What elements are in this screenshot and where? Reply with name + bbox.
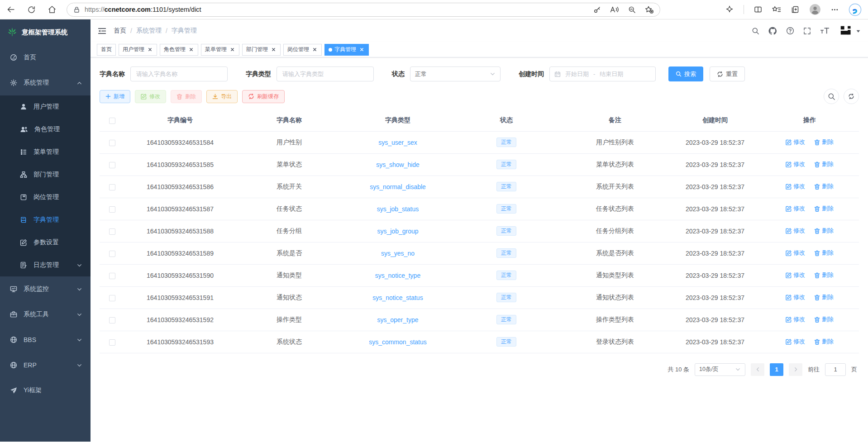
row-delete-link[interactable]: 删除 — [814, 315, 834, 323]
browser-back-icon[interactable] — [6, 5, 15, 14]
dict-type-link[interactable]: sys_common_status — [369, 338, 427, 346]
row-delete-link[interactable]: 删除 — [814, 227, 834, 235]
address-bar[interactable]: https://ccnetcore.com:1101/system/dict — [67, 3, 660, 17]
sidebar-item-bbs[interactable]: BBS — [0, 327, 91, 352]
page-size-select[interactable]: 10条/页 — [695, 363, 745, 376]
row-edit-link[interactable]: 修改 — [786, 138, 805, 146]
tab-post[interactable]: 岗位管理 — [283, 44, 322, 56]
add-favorite-icon[interactable] — [645, 6, 653, 14]
close-icon[interactable] — [229, 47, 235, 53]
help-icon[interactable] — [786, 27, 794, 35]
dict-name-input[interactable] — [130, 67, 228, 81]
row-delete-link[interactable]: 删除 — [814, 293, 834, 301]
prev-page-button[interactable] — [751, 363, 764, 376]
url-text[interactable]: https://ccnetcore.com:1101/system/dict — [85, 6, 589, 13]
row-delete-link[interactable]: 删除 — [814, 337, 834, 346]
browser-essentials-icon[interactable] — [725, 5, 734, 14]
sidebar-item-system-tools[interactable]: 系统工具 — [0, 302, 91, 327]
select-all-checkbox[interactable] — [109, 118, 115, 124]
page-1-button[interactable]: 1 — [770, 363, 783, 376]
status-select[interactable]: 正常 — [410, 67, 501, 81]
fullscreen-icon[interactable] — [803, 27, 811, 35]
date-range-picker[interactable]: 开始日期 - 结束日期 — [549, 67, 656, 81]
font-size-icon[interactable] — [820, 27, 830, 34]
row-delete-link[interactable]: 删除 — [814, 249, 834, 257]
header-search-icon[interactable] — [752, 27, 759, 35]
dict-type-link[interactable]: sys_notice_type — [375, 272, 420, 279]
zoom-out-icon[interactable] — [628, 6, 636, 14]
row-edit-link[interactable]: 修改 — [786, 337, 805, 346]
delete-button[interactable]: 删除 — [171, 90, 202, 103]
row-checkbox[interactable] — [109, 339, 115, 346]
refresh-table-button[interactable] — [844, 89, 859, 104]
sidebar-item-param-settings[interactable]: 参数设置 — [0, 231, 91, 254]
close-icon[interactable] — [311, 47, 318, 53]
tab-home[interactable]: 首页 — [97, 44, 116, 56]
close-icon[interactable] — [270, 47, 277, 53]
row-checkbox[interactable] — [109, 184, 115, 190]
row-delete-link[interactable]: 删除 — [814, 182, 834, 190]
row-edit-link[interactable]: 修改 — [786, 182, 805, 190]
tab-user[interactable]: 用户管理 — [119, 44, 157, 56]
row-checkbox[interactable] — [109, 162, 115, 168]
sidebar-item-erp[interactable]: ERP — [0, 352, 91, 378]
tab-role[interactable]: 角色管理 — [160, 44, 198, 56]
favorites-icon[interactable] — [772, 6, 781, 14]
tab-menu[interactable]: 菜单管理 — [201, 44, 239, 56]
row-checkbox[interactable] — [109, 273, 115, 279]
browser-home-icon[interactable] — [48, 5, 57, 14]
goto-page-input[interactable] — [825, 363, 846, 376]
sidebar-item-log-management[interactable]: 日志管理 — [0, 254, 91, 276]
row-checkbox[interactable] — [109, 317, 115, 323]
dict-type-link[interactable]: sys_oper_type — [377, 316, 418, 323]
toggle-search-button[interactable] — [824, 89, 839, 104]
tab-dict[interactable]: 字典管理 — [324, 44, 369, 56]
row-edit-link[interactable]: 修改 — [786, 160, 805, 168]
sidebar-item-yi-framework[interactable]: Yi框架 — [0, 378, 91, 403]
sidebar-item-dict-management[interactable]: 字典管理 — [0, 209, 91, 231]
dict-type-link[interactable]: sys_notice_status — [372, 294, 423, 301]
row-checkbox[interactable] — [109, 228, 115, 235]
dict-type-link[interactable]: sys_job_status — [377, 205, 419, 213]
add-button[interactable]: 新增 — [100, 90, 130, 103]
split-screen-icon[interactable] — [754, 5, 762, 14]
next-page-button[interactable] — [789, 363, 802, 376]
refresh-cache-button[interactable]: 刷新缓存 — [242, 90, 285, 103]
dict-type-link[interactable]: sys_user_sex — [378, 139, 417, 146]
sidebar-item-dept-management[interactable]: 部门管理 — [0, 163, 91, 186]
row-checkbox[interactable] — [109, 206, 115, 213]
row-edit-link[interactable]: 修改 — [786, 315, 805, 323]
row-edit-link[interactable]: 修改 — [786, 271, 805, 279]
bing-chat-icon[interactable] — [849, 3, 862, 16]
browser-more-icon[interactable] — [831, 6, 839, 14]
row-delete-link[interactable]: 删除 — [814, 138, 834, 146]
close-icon[interactable] — [188, 47, 194, 53]
row-checkbox[interactable] — [109, 251, 115, 257]
reset-button[interactable]: 重置 — [710, 67, 745, 81]
dict-type-input[interactable] — [277, 67, 374, 81]
sidebar-item-role-management[interactable]: 角色管理 — [0, 118, 91, 141]
row-edit-link[interactable]: 修改 — [786, 249, 805, 257]
row-edit-link[interactable]: 修改 — [786, 204, 805, 213]
app-logo[interactable]: 意框架管理系统 — [0, 19, 91, 45]
row-delete-link[interactable]: 删除 — [814, 160, 834, 168]
sidebar-item-post-management[interactable]: 岗位管理 — [0, 186, 91, 209]
tab-dept[interactable]: 部门管理 — [242, 44, 281, 56]
row-checkbox[interactable] — [109, 140, 115, 146]
dict-type-link[interactable]: sys_job_group — [377, 228, 418, 235]
password-key-icon[interactable] — [593, 6, 601, 14]
export-button[interactable]: 导出 — [206, 90, 238, 103]
edit-button[interactable]: 修改 — [135, 90, 166, 103]
dict-type-link[interactable]: sys_show_hide — [376, 161, 420, 168]
dict-type-link[interactable]: sys_yes_no — [381, 250, 415, 257]
row-edit-link[interactable]: 修改 — [786, 293, 805, 301]
close-icon[interactable] — [358, 47, 365, 53]
row-delete-link[interactable]: 删除 — [814, 271, 834, 279]
row-delete-link[interactable]: 删除 — [814, 204, 834, 213]
search-button[interactable]: 搜索 — [668, 67, 703, 81]
sidebar-fold-icon[interactable] — [98, 27, 106, 35]
collections-icon[interactable] — [791, 5, 799, 14]
row-edit-link[interactable]: 修改 — [786, 227, 805, 235]
sidebar-item-home[interactable]: 首页 — [0, 45, 91, 70]
sidebar-item-menu-management[interactable]: 菜单管理 — [0, 141, 91, 163]
